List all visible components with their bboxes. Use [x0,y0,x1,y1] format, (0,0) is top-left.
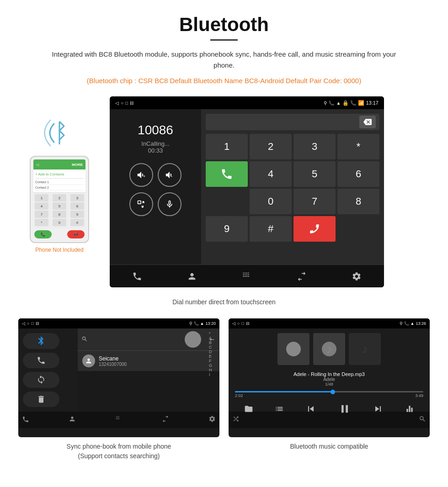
music-shuffle-icon[interactable] [232,415,240,424]
end-call-button[interactable] [293,216,336,242]
album-art-2: ♪ [313,333,345,365]
album-art-3: ♪ [349,333,381,365]
phonebook-caption: Sync phone-book from mobile phone(Suppor… [18,442,219,461]
phone-not-included-label: Phone Not Included [35,247,83,253]
track-info: 1/48 [233,382,425,386]
call-controls: + - [129,163,181,187]
phone-action-row: 📞 📵 [33,228,85,239]
contact-name: Seicane [99,355,127,362]
pb-sidebar [18,328,78,412]
playlist-icon[interactable] [275,404,284,416]
keypad-icon[interactable] [242,271,252,281]
keypad-grid: 1 2 3 * 4 5 6 0 7 8 9 # [206,134,379,242]
album-arts: ♪ ♪ ♪ [229,328,430,370]
phonebook-main: ← *ABCDEFGHI Seicane [78,328,219,412]
key-hash[interactable]: # [250,216,292,242]
key-3[interactable]: 3 [293,134,336,159]
volume-down-button[interactable]: - [158,163,181,187]
phone-end-button[interactable]: 📵 [67,230,85,238]
pb-keypad-icon[interactable] [115,415,123,424]
key-8[interactable]: 8 [337,189,379,214]
dialer-content: 10086 InCalling... 00:33 + [110,109,384,265]
contact-info: Seicane 13241007000 [99,355,127,367]
key-2[interactable]: 2 [250,134,292,159]
phone-mockup: ◁ MORE + Add to Contacts Contact 1 Conta… [30,156,89,243]
artist-name: Adele [233,377,425,382]
call-button[interactable] [206,161,248,187]
phonebook-content: ← *ABCDEFGHI Seicane [18,328,219,412]
phonebook-block: ◁○□⊟ ⚲📞▲13:20 [18,318,219,461]
phone-illustration: ◁ MORE + Add to Contacts Contact 1 Conta… [18,96,101,253]
progress-dot [331,390,335,394]
contact-avatar [82,355,95,367]
contacts-icon[interactable] [187,271,197,281]
call-timer: 00:33 [148,147,163,154]
pb-contacts-icon[interactable] [69,415,76,424]
next-icon[interactable] [373,403,384,416]
key-4[interactable]: 4 [250,161,292,187]
key-6[interactable]: 6 [337,161,379,187]
phone-nav-button[interactable] [23,353,59,369]
call-status: InCalling... [141,140,169,147]
album-art-1: ♪ [277,333,309,365]
key-star[interactable]: * [337,134,379,159]
equalizer-icon[interactable] [405,404,414,415]
pb-contact-item[interactable]: Seicane 13241007000 [78,351,219,371]
phone-top-bar: ◁ MORE [33,159,85,169]
pb-calls-icon[interactable] [22,416,29,424]
phone-contact-item: Contact 2 [35,185,84,191]
dial-caption: Dial number direct from touchscreen [18,298,430,306]
key-9[interactable]: 9 [206,216,248,242]
music-status-bar: ◁○□⊟ ⚲📞▲13:26 [229,318,430,328]
phonebook-screen: ◁○□⊟ ⚲📞▲13:20 [18,318,219,437]
progress-bg [235,391,423,392]
page-container: Bluetooth Integrated with BC8 Bluetooth … [0,0,448,487]
nav-icons: ◁○□⊟ [115,101,133,106]
dialer-bottom-bar [110,265,384,287]
phone-call-button[interactable]: 📞 [34,230,52,238]
key-7[interactable]: 7 [293,189,336,214]
music-block: ◁○□⊟ ⚲📞▲13:26 ♪ [229,318,430,461]
page-title: Bluetooth [18,14,430,36]
transfer-nav-icon[interactable] [297,271,307,281]
pb-transfer-icon[interactable] [162,415,169,424]
key-0[interactable]: 0 [250,189,292,214]
prev-icon[interactable] [305,403,316,416]
call-number: 10086 [138,123,173,138]
bluetooth-info: (Bluetooth chip : CSR BC8 Default Blueto… [18,75,430,86]
progress-times: 2:02 3:49 [235,393,423,398]
folder-icon[interactable] [244,404,253,416]
pb-search-bar: ← *ABCDEFGHI [78,328,219,351]
bluetooth-waves-icon [41,115,78,151]
settings-icon[interactable] [352,271,362,281]
volume-up-button[interactable]: + [129,163,153,187]
key-5[interactable]: 5 [293,161,336,187]
phone-contact-item: Contact 1 [35,180,84,185]
music-search-icon[interactable] [419,415,426,424]
pb-settings-icon[interactable] [208,415,216,424]
search-avatar [185,331,201,348]
transfer-button[interactable] [129,192,153,216]
music-info: Adele - Rolling In the Deep.mp3 Adele 1/… [229,370,430,388]
status-right: ⚲📞▲ 🔒 📞 📶 13:17 [324,100,379,106]
svg-text:-: - [171,173,173,179]
calls-icon[interactable] [132,271,142,281]
search-icon [81,336,88,344]
bluetooth-nav-button[interactable] [23,333,59,349]
delete-nav-button[interactable] [23,392,59,408]
phone-contacts-area: + Add to Contacts Contact 1 Contact 2 [33,169,85,192]
play-pause-icon[interactable] [338,402,351,417]
call-info-panel: 10086 InCalling... 00:33 + [110,109,201,265]
main-description: Integrated with BC8 Bluetooth module, su… [18,49,430,71]
key-1[interactable]: 1 [206,134,248,159]
number-input-bar [206,114,379,130]
phonebook-nav-bar [18,412,219,428]
keypad-panel: 1 2 3 * 4 5 6 0 7 8 9 # [201,109,384,265]
clock: 🔒 📞 📶 13:17 [342,100,379,106]
dialer-screen: ◁○□⊟ ⚲📞▲ 🔒 📞 📶 13:17 10086 InCalling... … [110,96,384,287]
sync-nav-button[interactable] [23,372,59,388]
mute-button[interactable] [158,192,181,216]
status-bar-dialer: ◁○□⊟ ⚲📞▲ 🔒 📞 📶 13:17 [110,96,384,109]
backspace-button[interactable] [359,116,376,128]
bottom-screens: ◁○□⊟ ⚲📞▲13:20 [18,318,430,461]
